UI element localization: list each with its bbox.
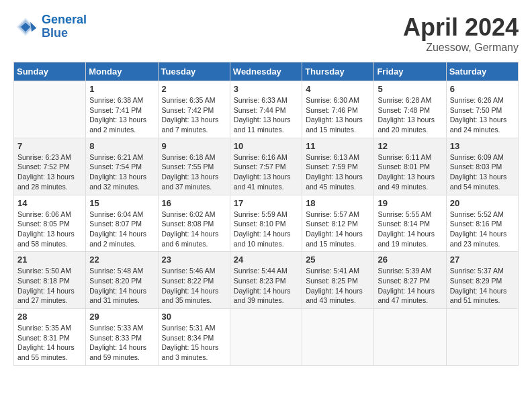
svg-marker-3: [30, 22, 36, 32]
day-number: 14: [17, 198, 82, 208]
day-info: Sunrise: 5:41 AMSunset: 8:25 PMDaylight:…: [306, 266, 370, 306]
daylight-text: Daylight: 13 hours and 2 minutes.: [89, 115, 154, 134]
title-area: April 2024 Zuessow, Germany: [403, 13, 519, 54]
calendar-cell: 21Sunrise: 5:50 AMSunset: 8:18 PMDayligh…: [14, 252, 86, 309]
weekday-header-saturday: Saturday: [446, 62, 518, 81]
day-number: 27: [450, 255, 515, 265]
sunset-text: Sunset: 8:08 PM: [162, 219, 226, 229]
day-number: 18: [306, 198, 370, 208]
sunset-text: Sunset: 8:07 PM: [89, 219, 154, 229]
calendar-cell: 20Sunrise: 5:52 AMSunset: 8:16 PMDayligh…: [446, 195, 518, 252]
calendar-cell: 3Sunrise: 6:33 AMSunset: 7:44 PMDaylight…: [230, 81, 302, 138]
calendar-cell: 28Sunrise: 5:35 AMSunset: 8:31 PMDayligh…: [14, 309, 86, 366]
sunrise-text: Sunrise: 6:09 AM: [450, 152, 515, 163]
sunrise-text: Sunrise: 5:59 AM: [234, 210, 298, 220]
day-info: Sunrise: 6:35 AMSunset: 7:42 PMDaylight:…: [162, 95, 226, 135]
day-info: Sunrise: 6:28 AMSunset: 7:48 PMDaylight:…: [378, 95, 442, 135]
daylight-text: Daylight: 14 hours and 6 minutes.: [162, 229, 226, 248]
day-number: 26: [378, 255, 442, 265]
daylight-text: Daylight: 14 hours and 35 minutes.: [162, 286, 226, 306]
day-info: Sunrise: 6:09 AMSunset: 8:03 PMDaylight:…: [450, 152, 515, 192]
day-number: 15: [89, 198, 154, 208]
day-info: Sunrise: 5:57 AMSunset: 8:12 PMDaylight:…: [306, 210, 370, 249]
sunrise-text: Sunrise: 5:55 AM: [378, 210, 442, 220]
calendar-cell: [446, 309, 518, 366]
logo-line1: General: [42, 13, 87, 26]
day-number: 4: [306, 84, 370, 94]
sunrise-text: Sunrise: 5:37 AM: [450, 266, 515, 276]
sunrise-text: Sunrise: 6:26 AM: [450, 95, 515, 105]
day-number: 30: [162, 312, 226, 322]
calendar-cell: 14Sunrise: 6:06 AMSunset: 8:05 PMDayligh…: [14, 195, 86, 252]
calendar-cell: 7Sunrise: 6:23 AMSunset: 7:52 PMDaylight…: [14, 138, 86, 195]
weekday-header-friday: Friday: [374, 62, 446, 81]
calendar-cell: 19Sunrise: 5:55 AMSunset: 8:14 PMDayligh…: [374, 195, 446, 252]
weekday-header-wednesday: Wednesday: [230, 62, 302, 81]
day-number: 10: [234, 141, 298, 151]
day-number: 19: [378, 198, 442, 208]
calendar-cell: 22Sunrise: 5:48 AMSunset: 8:20 PMDayligh…: [86, 252, 158, 309]
daylight-text: Daylight: 13 hours and 11 minutes.: [234, 115, 298, 134]
weekday-header-thursday: Thursday: [302, 62, 374, 81]
sunset-text: Sunset: 7:59 PM: [306, 162, 370, 172]
day-info: Sunrise: 5:48 AMSunset: 8:20 PMDaylight:…: [89, 266, 154, 306]
sunrise-text: Sunrise: 6:06 AM: [17, 210, 82, 220]
day-number: 13: [450, 141, 515, 151]
sunset-text: Sunset: 8:01 PM: [378, 162, 442, 172]
day-info: Sunrise: 6:16 AMSunset: 7:57 PMDaylight:…: [234, 152, 298, 192]
sunset-text: Sunset: 8:12 PM: [306, 219, 370, 229]
location-subtitle: Zuessow, Germany: [403, 42, 519, 54]
day-number: 22: [89, 255, 154, 265]
sunset-text: Sunset: 7:50 PM: [450, 105, 515, 116]
weekday-header-monday: Monday: [86, 62, 158, 81]
sunset-text: Sunset: 8:25 PM: [306, 276, 370, 286]
weekday-header-sunday: Sunday: [14, 62, 86, 81]
daylight-text: Daylight: 14 hours and 27 minutes.: [17, 286, 82, 306]
weekday-header-tuesday: Tuesday: [158, 62, 230, 81]
logo: General Blue: [13, 13, 87, 40]
day-number: 21: [17, 255, 82, 265]
day-info: Sunrise: 6:21 AMSunset: 7:54 PMDaylight:…: [89, 152, 154, 192]
daylight-text: Daylight: 14 hours and 19 minutes.: [378, 229, 442, 248]
sunset-text: Sunset: 7:54 PM: [89, 162, 154, 172]
day-number: 2: [162, 84, 226, 94]
calendar-cell: 27Sunrise: 5:37 AMSunset: 8:29 PMDayligh…: [446, 252, 518, 309]
day-info: Sunrise: 5:46 AMSunset: 8:22 PMDaylight:…: [162, 266, 226, 306]
daylight-text: Daylight: 14 hours and 43 minutes.: [306, 286, 370, 306]
calendar-cell: 9Sunrise: 6:18 AMSunset: 7:55 PMDaylight…: [158, 138, 230, 195]
weekday-header-row: SundayMondayTuesdayWednesdayThursdayFrid…: [14, 62, 519, 81]
sunset-text: Sunset: 7:52 PM: [17, 162, 82, 172]
sunset-text: Sunset: 7:48 PM: [378, 105, 442, 116]
day-info: Sunrise: 6:18 AMSunset: 7:55 PMDaylight:…: [162, 152, 226, 192]
day-info: Sunrise: 6:38 AMSunset: 7:41 PMDaylight:…: [89, 95, 154, 135]
day-number: 20: [450, 198, 515, 208]
daylight-text: Daylight: 13 hours and 37 minutes.: [162, 172, 226, 191]
day-number: 28: [17, 312, 82, 322]
sunrise-text: Sunrise: 6:35 AM: [162, 95, 226, 105]
day-info: Sunrise: 6:02 AMSunset: 8:08 PMDaylight:…: [162, 210, 226, 249]
day-number: 3: [234, 84, 298, 94]
calendar-cell: 15Sunrise: 6:04 AMSunset: 8:07 PMDayligh…: [86, 195, 158, 252]
day-info: Sunrise: 6:33 AMSunset: 7:44 PMDaylight:…: [234, 95, 298, 135]
month-title: April 2024: [403, 13, 519, 42]
day-info: Sunrise: 6:11 AMSunset: 8:01 PMDaylight:…: [378, 152, 442, 192]
day-number: 6: [450, 84, 515, 94]
day-number: 5: [378, 84, 442, 94]
sunrise-text: Sunrise: 5:31 AM: [162, 323, 226, 333]
day-info: Sunrise: 5:39 AMSunset: 8:27 PMDaylight:…: [378, 266, 442, 306]
daylight-text: Daylight: 14 hours and 39 minutes.: [234, 286, 298, 306]
daylight-text: Daylight: 14 hours and 47 minutes.: [378, 286, 442, 306]
day-number: 25: [306, 255, 370, 265]
sunrise-text: Sunrise: 5:52 AM: [450, 210, 515, 220]
calendar-cell: [302, 309, 374, 366]
calendar-cell: 1Sunrise: 6:38 AMSunset: 7:41 PMDaylight…: [86, 81, 158, 138]
day-number: 11: [306, 141, 370, 151]
sunrise-text: Sunrise: 6:21 AM: [89, 152, 154, 163]
day-number: 17: [234, 198, 298, 208]
sunrise-text: Sunrise: 6:16 AM: [234, 152, 298, 163]
sunset-text: Sunset: 8:14 PM: [378, 219, 442, 229]
sunset-text: Sunset: 7:41 PM: [89, 105, 154, 116]
calendar-week-row: 7Sunrise: 6:23 AMSunset: 7:52 PMDaylight…: [14, 138, 519, 195]
day-info: Sunrise: 5:44 AMSunset: 8:23 PMDaylight:…: [234, 266, 298, 306]
daylight-text: Daylight: 14 hours and 31 minutes.: [89, 286, 154, 306]
